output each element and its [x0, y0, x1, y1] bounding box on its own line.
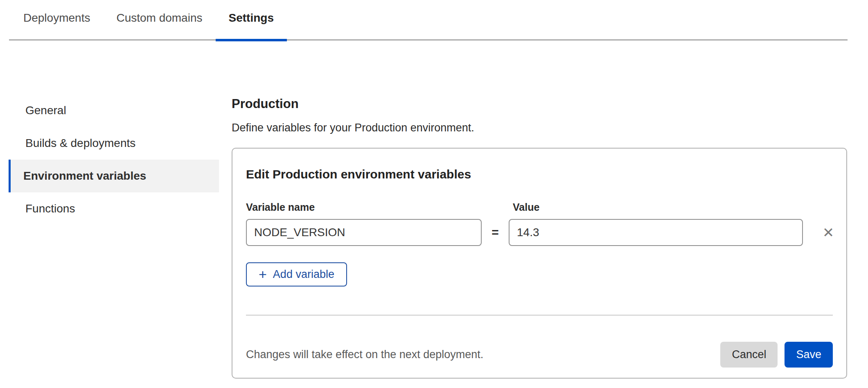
- variable-name-input[interactable]: [246, 219, 482, 246]
- tabbar-divider: [9, 39, 848, 41]
- card-title: Edit Production environment variables: [246, 167, 833, 182]
- card-footer: Changes will take effect on the next dep…: [246, 342, 833, 368]
- sidebar-item-builds-deployments[interactable]: Builds & deployments: [9, 127, 219, 160]
- section-title: Production: [232, 97, 847, 111]
- add-variable-button[interactable]: + Add variable: [246, 262, 347, 286]
- sidebar-item-functions[interactable]: Functions: [9, 192, 219, 225]
- equals-sign: =: [482, 226, 509, 239]
- settings-main-panel: Production Define variables for your Pro…: [232, 97, 847, 379]
- environment-variables-card: Edit Production environment variables Va…: [232, 148, 847, 379]
- sidebar-item-general[interactable]: General: [9, 94, 219, 127]
- tab-list: Deployments Custom domains Settings: [10, 0, 287, 41]
- deployment-note: Changes will take effect on the next dep…: [246, 348, 483, 361]
- variable-value-input[interactable]: [509, 219, 803, 246]
- footer-actions: Cancel Save: [720, 342, 833, 368]
- variable-name-label: Variable name: [246, 201, 482, 213]
- plus-icon: +: [259, 267, 267, 281]
- settings-sidebar: General Builds & deployments Environment…: [9, 94, 219, 225]
- sidebar-item-environment-variables[interactable]: Environment variables: [9, 160, 219, 192]
- project-tabbar: Deployments Custom domains Settings: [0, 0, 868, 41]
- variable-row: Variable name Value = ✕: [246, 201, 833, 246]
- card-divider: [246, 315, 833, 316]
- tab-custom-domains[interactable]: Custom domains: [103, 0, 215, 41]
- remove-variable-button[interactable]: ✕: [820, 224, 836, 241]
- close-icon: ✕: [823, 225, 834, 240]
- cancel-button[interactable]: Cancel: [720, 342, 778, 368]
- section-subtitle: Define variables for your Production env…: [232, 121, 847, 134]
- add-variable-label: Add variable: [273, 268, 334, 281]
- value-label: Value: [509, 201, 803, 213]
- tab-deployments[interactable]: Deployments: [10, 0, 103, 41]
- tab-settings[interactable]: Settings: [216, 0, 287, 41]
- save-button[interactable]: Save: [785, 342, 833, 368]
